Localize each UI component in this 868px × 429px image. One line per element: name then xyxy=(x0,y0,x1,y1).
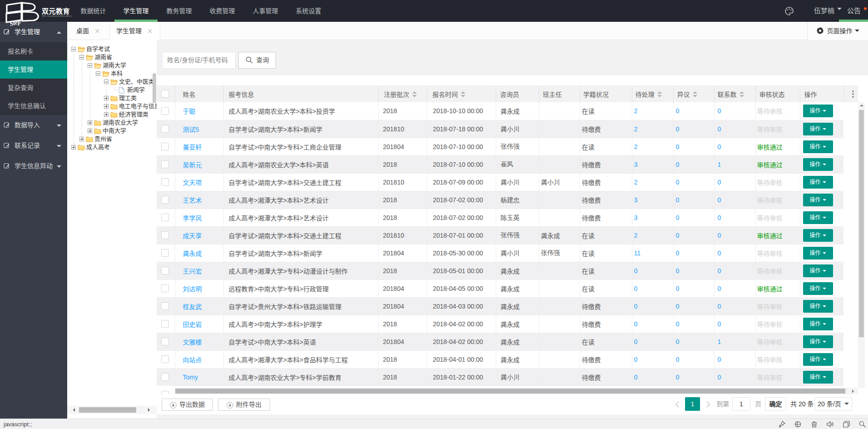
svg-text:Step: Step xyxy=(9,18,21,26)
